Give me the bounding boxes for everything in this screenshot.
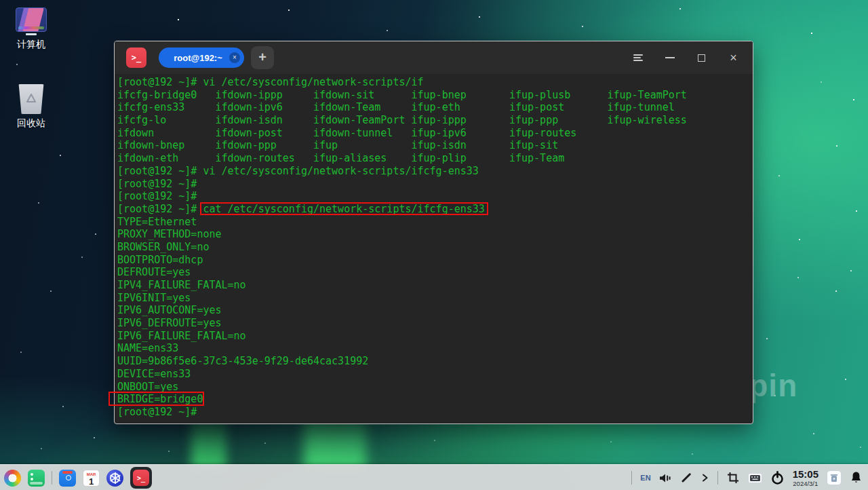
terminal-text: [root@192 ~]# (117, 406, 197, 418)
taskbar: MAR 1 >_ EN (0, 464, 868, 490)
close-button[interactable]: × (722, 47, 745, 69)
minimize-icon (665, 57, 675, 58)
terminal-text: [root@192 ~]# (117, 203, 203, 215)
terminal-line: ifcfg-bridge0 ifdown-ippp ifdown-sit ifu… (117, 89, 753, 102)
terminal-text: [root@192 ~]# (117, 190, 197, 202)
highlighted-command: BRIDGE=bridge0 (117, 393, 203, 405)
maximize-button[interactable] (690, 47, 713, 69)
terminal-text: ifdown-bnep ifdown-ppp ifup ifup-isdn if… (117, 139, 558, 151)
desktop-icon-computer[interactable]: 计算机 (5, 7, 58, 51)
highlighted-command: cat /etc/sysconfig/network-scripts/ifcfg… (203, 203, 484, 215)
maximize-icon (698, 54, 705, 62)
minimize-button[interactable] (658, 47, 681, 69)
monitor-stand (26, 33, 37, 35)
terminal-line: IPV4_FAILURE_FATAL=no (117, 279, 753, 292)
terminal-line: IPV6_DEFROUTE=yes (117, 317, 753, 330)
file-manager-icon[interactable] (28, 470, 45, 487)
terminal-line: ONBOOT=yes (117, 381, 753, 394)
tab-title: root@192:~ (174, 53, 222, 63)
terminal-text: ifdown-eth ifdown-routes ifup-aliases if… (117, 152, 564, 164)
terminal-line: BROWSER_ONLY=no (117, 241, 753, 254)
tab-close-icon[interactable]: × (229, 52, 240, 63)
clock-time: 15:05 (793, 469, 818, 479)
notification-bell-icon[interactable] (850, 471, 863, 485)
launcher-icon[interactable] (4, 470, 21, 487)
terminal-line: DEVICE=ens33 (117, 368, 753, 381)
terminal-text: ifcfg-ens33 ifdown-ipv6 ifdown-Team ifup… (117, 101, 675, 113)
pen-icon[interactable] (680, 472, 692, 484)
terminal-line: ifdown-bnep ifdown-ppp ifup ifup-isdn if… (117, 139, 753, 152)
terminal-text: IPV6_DEFROUTE=yes (117, 317, 222, 329)
terminal-line: ifcfg-lo ifdown-isdn ifdown-TeamPort ifu… (117, 114, 753, 127)
terminal-text: [root@192 ~]# (117, 178, 197, 190)
terminal-text: ifcfg-bridge0 ifdown-ippp ifdown-sit ifu… (117, 89, 687, 101)
computer-icon (16, 7, 47, 32)
terminal-output[interactable]: [root@192 ~]# vi /etc/sysconfig/network-… (115, 74, 753, 419)
terminal-line: [root@192 ~]# cat /etc/sysconfig/network… (117, 203, 753, 216)
screenshot-icon[interactable] (726, 471, 740, 485)
terminal-text: BOOTPROTO=dhcp (117, 254, 203, 266)
terminal-line: IPV6_FAILURE_FATAL=no (117, 330, 753, 343)
recycle-bin-icon (18, 84, 45, 114)
terminal-text: IPV6_FAILURE_FATAL=no (117, 330, 246, 342)
terminal-line: IPV6INIT=yes (117, 292, 753, 305)
terminal-line: TYPE=Ethernet (117, 216, 753, 229)
terminal-line: NAME=ens33 (117, 342, 753, 355)
terminal-line: BOOTPROTO=dhcp (117, 254, 753, 267)
app-store-icon[interactable] (59, 470, 76, 487)
menu-button[interactable] (627, 47, 649, 69)
chevron-expand-icon[interactable] (701, 472, 709, 483)
taskbar-divider (717, 471, 718, 485)
system-tray: EN (631, 465, 863, 490)
language-indicator[interactable]: EN (640, 474, 650, 482)
terminal-line: UUID=9b86f5e6-37c3-453e-9f29-de64cac3199… (117, 355, 753, 368)
terminal-tab[interactable]: root@192:~ × (159, 48, 244, 68)
terminal-text: IPV6INIT=yes (117, 292, 191, 304)
terminal-line: ifdown-eth ifdown-routes ifup-aliases if… (117, 152, 753, 165)
taskbar-clock[interactable]: 15:05 2024/3/1 (793, 469, 818, 487)
terminal-line: [root@192 ~]# vi /etc/sysconfig/network-… (117, 76, 753, 89)
terminal-line: [root@192 ~]# (117, 190, 753, 203)
terminal-line: ifdown ifdown-post ifdown-tunnel ifup-ip… (117, 127, 753, 140)
terminal-line: ifcfg-ens33 ifdown-ipv6 ifdown-Team ifup… (117, 101, 753, 114)
terminal-titlebar[interactable]: >_ root@192:~ × + × (115, 41, 753, 74)
taskbar-terminal-active[interactable]: >_ (130, 467, 152, 489)
browser-icon[interactable] (106, 470, 123, 487)
hamburger-icon (633, 54, 643, 61)
terminal-line: [root@192 ~]# (117, 406, 753, 419)
terminal-line: DEFROUTE=yes (117, 266, 753, 279)
taskbar-app-icons: MAR 1 >_ (4, 465, 152, 490)
tray-trash-icon[interactable] (827, 470, 842, 485)
terminal-line: [root@192 ~]# vi /etc/sysconfig/network-… (117, 165, 753, 178)
terminal-text: NAME=ens33 (117, 342, 178, 354)
terminal-line: [root@192 ~]# (117, 178, 753, 191)
power-icon[interactable] (770, 471, 785, 485)
terminal-text: TYPE=Ethernet (117, 216, 197, 228)
window-controls: × (627, 41, 745, 74)
terminal-text: ONBOOT=yes (117, 381, 178, 393)
recycle-symbol-icon (24, 92, 38, 106)
terminal-text: [root@192 ~]# vi /etc/sysconfig/network-… (117, 76, 424, 88)
calendar-icon[interactable]: MAR 1 (83, 470, 100, 487)
terminal-text: ifcfg-lo ifdown-isdn ifdown-TeamPort ifu… (117, 114, 687, 126)
onscreen-keyboard-icon[interactable] (748, 473, 762, 483)
desktop-icon-label: 回收站 (5, 117, 58, 130)
terminal-text: DEVICE=ens33 (117, 368, 191, 380)
terminal-line: BRIDGE=bridge0 (117, 393, 753, 406)
taskbar-divider (52, 471, 52, 485)
taskbar-divider (631, 471, 632, 485)
terminal-text: BROWSER_ONLY=no (117, 241, 209, 253)
volume-icon[interactable] (659, 472, 672, 484)
desktop-icon-recycle-bin[interactable]: 回收站 (5, 84, 58, 130)
terminal-icon: >_ (133, 470, 149, 486)
new-tab-button[interactable]: + (251, 46, 274, 69)
wallpaper-stars (0, 0, 1, 1)
calendar-day: 1 (89, 477, 94, 486)
terminal-text: IPV4_FAILURE_FATAL=no (117, 279, 246, 291)
wallpaper-stars (0, 0, 1, 1)
terminal-text: UUID=9b86f5e6-37c3-453e-9f29-de64cac3199… (117, 355, 368, 367)
desktop: deepin 计算机 回收站 >_ root@192:~ × + (0, 0, 868, 490)
terminal-window: >_ root@192:~ × + × [root@192 ~]# vi /et… (114, 41, 753, 424)
terminal-app-icon: >_ (126, 48, 146, 68)
desktop-icon-label: 计算机 (5, 39, 58, 51)
